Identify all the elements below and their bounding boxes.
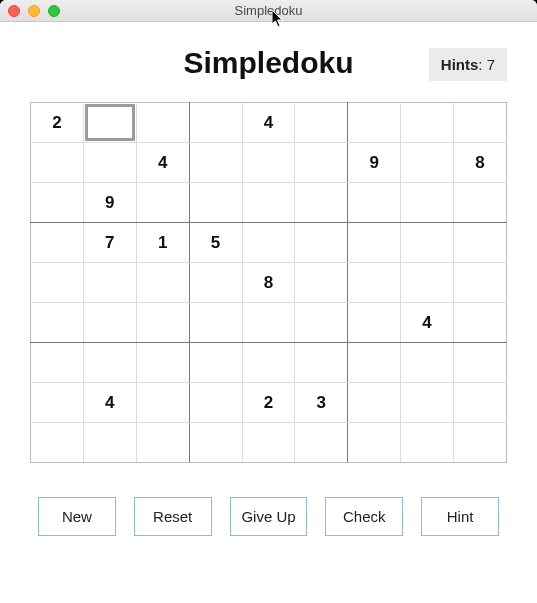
cell-5-3[interactable]: [189, 303, 242, 343]
content-area: Simpledoku Hints: 7 24498971584423 New R…: [0, 22, 537, 603]
cell-8-0[interactable]: [31, 423, 84, 463]
cell-7-4[interactable]: 2: [242, 383, 295, 423]
cell-2-7[interactable]: [401, 183, 454, 223]
cell-4-2[interactable]: [136, 263, 189, 303]
cell-4-5[interactable]: [295, 263, 348, 303]
cell-3-8[interactable]: [454, 223, 507, 263]
cell-8-5[interactable]: [295, 423, 348, 463]
cell-0-8[interactable]: [454, 103, 507, 143]
cell-1-4[interactable]: [242, 143, 295, 183]
cell-6-3[interactable]: [189, 343, 242, 383]
give-up-button[interactable]: Give Up: [230, 497, 308, 536]
cell-7-0[interactable]: [31, 383, 84, 423]
cell-4-4[interactable]: 8: [242, 263, 295, 303]
cell-7-8[interactable]: [454, 383, 507, 423]
cell-5-1[interactable]: [83, 303, 136, 343]
cell-4-0[interactable]: [31, 263, 84, 303]
cell-0-0[interactable]: 2: [31, 103, 84, 143]
cell-3-3[interactable]: 5: [189, 223, 242, 263]
cell-4-7[interactable]: [401, 263, 454, 303]
cell-0-7[interactable]: [401, 103, 454, 143]
cell-6-1[interactable]: [83, 343, 136, 383]
cell-5-2[interactable]: [136, 303, 189, 343]
hint-button[interactable]: Hint: [421, 497, 499, 536]
cell-4-3[interactable]: [189, 263, 242, 303]
cell-1-5[interactable]: [295, 143, 348, 183]
header-row: Simpledoku Hints: 7: [30, 40, 507, 86]
cell-7-6[interactable]: [348, 383, 401, 423]
hints-label: Hints: [441, 56, 479, 73]
reset-button[interactable]: Reset: [134, 497, 212, 536]
cell-2-1[interactable]: 9: [83, 183, 136, 223]
app-window: Simpledoku Simpledoku Hints: 7 244989715…: [0, 0, 537, 603]
close-icon[interactable]: [8, 5, 20, 17]
cell-7-1[interactable]: 4: [83, 383, 136, 423]
cell-8-4[interactable]: [242, 423, 295, 463]
cell-2-8[interactable]: [454, 183, 507, 223]
cell-3-5[interactable]: [295, 223, 348, 263]
cell-0-6[interactable]: [348, 103, 401, 143]
cell-2-4[interactable]: [242, 183, 295, 223]
cell-7-3[interactable]: [189, 383, 242, 423]
cell-2-5[interactable]: [295, 183, 348, 223]
cell-0-4[interactable]: 4: [242, 103, 295, 143]
cell-7-5[interactable]: 3: [295, 383, 348, 423]
cell-2-3[interactable]: [189, 183, 242, 223]
cell-1-6[interactable]: 9: [348, 143, 401, 183]
cell-5-0[interactable]: [31, 303, 84, 343]
cell-2-0[interactable]: [31, 183, 84, 223]
cell-0-2[interactable]: [136, 103, 189, 143]
cell-3-6[interactable]: [348, 223, 401, 263]
cell-5-6[interactable]: [348, 303, 401, 343]
cell-8-6[interactable]: [348, 423, 401, 463]
cell-1-8[interactable]: 8: [454, 143, 507, 183]
cell-0-3[interactable]: [189, 103, 242, 143]
cell-3-0[interactable]: [31, 223, 84, 263]
cell-5-4[interactable]: [242, 303, 295, 343]
cell-6-7[interactable]: [401, 343, 454, 383]
cell-8-3[interactable]: [189, 423, 242, 463]
cell-1-1[interactable]: [83, 143, 136, 183]
cell-8-7[interactable]: [401, 423, 454, 463]
cell-0-5[interactable]: [295, 103, 348, 143]
cell-4-6[interactable]: [348, 263, 401, 303]
cell-4-1[interactable]: [83, 263, 136, 303]
cell-6-2[interactable]: [136, 343, 189, 383]
cell-8-8[interactable]: [454, 423, 507, 463]
cell-0-1[interactable]: [83, 103, 136, 143]
cell-3-1[interactable]: 7: [83, 223, 136, 263]
cell-1-2[interactable]: 4: [136, 143, 189, 183]
cell-2-2[interactable]: [136, 183, 189, 223]
cell-7-7[interactable]: [401, 383, 454, 423]
cell-2-6[interactable]: [348, 183, 401, 223]
check-button[interactable]: Check: [325, 497, 403, 536]
cell-4-8[interactable]: [454, 263, 507, 303]
cell-6-8[interactable]: [454, 343, 507, 383]
hints-badge: Hints: 7: [429, 48, 507, 81]
cell-1-3[interactable]: [189, 143, 242, 183]
window-title: Simpledoku: [0, 3, 537, 18]
titlebar: Simpledoku: [0, 0, 537, 22]
cell-6-0[interactable]: [31, 343, 84, 383]
new-button[interactable]: New: [38, 497, 116, 536]
zoom-icon[interactable]: [48, 5, 60, 17]
hints-count: 7: [487, 56, 495, 73]
cell-3-4[interactable]: [242, 223, 295, 263]
cell-8-1[interactable]: [83, 423, 136, 463]
cell-6-6[interactable]: [348, 343, 401, 383]
window-controls: [0, 5, 60, 17]
cell-7-2[interactable]: [136, 383, 189, 423]
cell-5-8[interactable]: [454, 303, 507, 343]
cell-3-2[interactable]: 1: [136, 223, 189, 263]
cell-1-0[interactable]: [31, 143, 84, 183]
cell-1-7[interactable]: [401, 143, 454, 183]
cell-5-7[interactable]: 4: [401, 303, 454, 343]
cell-5-5[interactable]: [295, 303, 348, 343]
cell-8-2[interactable]: [136, 423, 189, 463]
sudoku-board: 24498971584423: [30, 102, 507, 463]
minimize-icon[interactable]: [28, 5, 40, 17]
cell-6-4[interactable]: [242, 343, 295, 383]
page-title: Simpledoku: [183, 46, 353, 80]
cell-3-7[interactable]: [401, 223, 454, 263]
cell-6-5[interactable]: [295, 343, 348, 383]
